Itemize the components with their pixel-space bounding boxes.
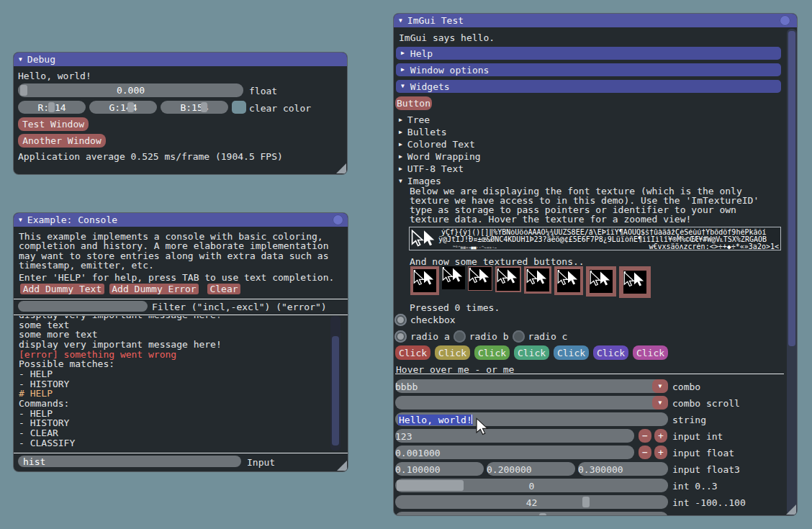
slider-grab[interactable] — [20, 85, 27, 96]
input-float3-z[interactable]: 0.300000 — [578, 462, 668, 476]
radio-a[interactable] — [394, 330, 407, 343]
filter-label: Filter ("incl,-excl") ("error") — [152, 302, 327, 312]
click-button-3[interactable]: Click — [474, 345, 510, 360]
slider-grab[interactable] — [48, 102, 55, 112]
combo-box[interactable]: bbbb ▼ — [395, 379, 668, 393]
float-slider[interactable]: 0.000 — [18, 83, 243, 97]
combo-arrow-button[interactable]: ▼ — [652, 396, 668, 410]
console-log-line: # HELP — [19, 389, 222, 399]
imgui-scrollbar[interactable] — [787, 29, 797, 515]
tree-node-bullets[interactable]: ▶Bullets — [399, 127, 447, 137]
imgui-scrollbar-thumb[interactable] — [788, 31, 795, 346]
clear-button[interactable]: Clear — [207, 284, 240, 294]
add-dummy-text-button[interactable]: Add Dummy Text — [20, 284, 104, 294]
add-dummy-error-button[interactable]: Add Dummy Error — [109, 284, 199, 294]
tree-node-tree[interactable]: ▶Tree — [399, 114, 430, 125]
radio-c[interactable] — [513, 330, 525, 343]
click-button-5[interactable]: Click — [554, 345, 589, 360]
header-window-options[interactable]: ▶ Window options — [396, 63, 781, 76]
slider-int-0-3[interactable]: 0 — [395, 479, 668, 492]
click-button-1[interactable]: Click — [395, 345, 430, 360]
input-int-field[interactable]: 123 — [395, 429, 634, 443]
click-button-7[interactable]: Click — [633, 345, 668, 360]
debug-window: ▼ Debug Hello, world! 0.000 float R:114 … — [13, 52, 348, 175]
window-title: ImGui Test — [407, 15, 464, 26]
combo-arrow-button[interactable]: ▼ — [652, 379, 668, 393]
close-button[interactable] — [333, 214, 343, 225]
image-button[interactable] — [586, 266, 616, 297]
radio-a-label: radio a — [410, 331, 450, 342]
click-button-2[interactable]: Click — [435, 345, 470, 360]
tree-node-images[interactable]: ▼Images — [399, 176, 441, 186]
console-log[interactable]: display very important message here!some… — [19, 316, 330, 451]
image-button[interactable] — [554, 266, 583, 295]
close-button[interactable] — [780, 15, 790, 26]
image-button[interactable] — [619, 266, 651, 298]
tree-node-colored-text[interactable]: ▶Colored Text — [399, 139, 475, 150]
combo-scroll-box[interactable]: ▼ — [395, 396, 668, 410]
another-window-button[interactable]: Another Window — [18, 134, 106, 148]
font-texture-image[interactable]: ýÇf}{ýj()[]‖%ÝBÑòÛöóÄÂÀÒ¼¾ÙÚŽŠ8ÉÊ/å\ÈÞîï… — [409, 227, 781, 250]
slider-int2-label: int -100..100 — [672, 497, 746, 508]
imgui-titlebar[interactable]: ▼ ImGui Test — [394, 14, 797, 27]
checkbox[interactable] — [394, 314, 407, 326]
console-scrollbar-thumb[interactable] — [332, 336, 339, 446]
color-field-r[interactable]: R:114 — [18, 101, 86, 114]
radio-row: radio a radio b radio c — [394, 330, 567, 343]
input-float3-label: input float3 — [672, 464, 740, 475]
checkbox-row: checkbox — [394, 314, 456, 326]
console-log-line: some text — [19, 320, 222, 330]
radio-b[interactable] — [454, 330, 466, 343]
decrement-button[interactable]: − — [639, 429, 651, 443]
increment-button[interactable]: + — [654, 446, 667, 459]
test-window-button[interactable]: Test Window — [18, 117, 89, 131]
console-window: ▼ Example: Console This example implemen… — [13, 212, 348, 472]
resize-grip[interactable] — [336, 163, 346, 173]
combo-label: combo — [672, 381, 700, 392]
slider-float[interactable]: 1.123 — [395, 512, 668, 516]
filter-input[interactable] — [18, 301, 148, 312]
header-widgets[interactable]: ▼ Widgets — [396, 80, 781, 93]
input-float-field[interactable]: 0.001000 — [395, 446, 634, 459]
console-titlebar[interactable]: ▼ Example: Console — [14, 213, 348, 227]
clear-color-swatch[interactable] — [232, 101, 246, 114]
tree-node-word-wrapping[interactable]: ▶Word Wrapping — [399, 151, 481, 162]
textured-buttons-row — [410, 266, 651, 298]
slider-grab[interactable] — [127, 102, 134, 112]
debug-titlebar[interactable]: ▼ Debug — [14, 53, 347, 66]
hello-world-text: Hello, world! — [18, 71, 91, 81]
slider-grab[interactable] — [201, 102, 207, 112]
header-help[interactable]: ▶ Help — [396, 47, 781, 60]
collapse-icon[interactable]: ▼ — [19, 217, 22, 223]
collapse-icon[interactable]: ▼ — [399, 18, 402, 24]
tree-node-utf8-text[interactable]: ▶UTF-8 Text — [399, 163, 464, 174]
console-scrollbar[interactable] — [330, 316, 340, 451]
image-button[interactable] — [410, 266, 439, 295]
button-widget[interactable]: Button — [395, 96, 432, 110]
image-button[interactable] — [468, 266, 492, 291]
resize-grip[interactable] — [337, 461, 347, 471]
arrow-down-icon: ▼ — [659, 383, 662, 389]
console-input[interactable]: hist — [18, 456, 241, 467]
image-button[interactable] — [442, 266, 465, 289]
string-input[interactable]: Hello, world! — [395, 412, 668, 426]
resize-grip[interactable] — [786, 505, 796, 515]
decrement-button[interactable]: − — [639, 446, 651, 459]
slider-int-label: int 0..3 — [672, 481, 718, 492]
increment-button[interactable]: + — [654, 429, 667, 443]
slider-int-100-100[interactable]: 42 — [395, 495, 668, 509]
input-float3-y[interactable]: 0.200000 — [487, 462, 575, 476]
color-field-g[interactable]: G:144 — [89, 101, 157, 114]
collapse-icon[interactable]: ▼ — [19, 57, 22, 63]
console-log-line: - HELP — [19, 369, 222, 379]
input-int-value: 123 — [395, 431, 412, 442]
color-field-b[interactable]: B:154 — [161, 101, 228, 114]
text-caret — [472, 415, 472, 424]
image-button[interactable] — [495, 266, 521, 292]
image-button[interactable] — [524, 266, 551, 294]
input-float3-x[interactable]: 0.100000 — [395, 462, 484, 476]
click-button-6[interactable]: Click — [593, 345, 628, 360]
click-button-4[interactable]: Click — [514, 345, 549, 360]
string-input-label: string — [672, 415, 706, 425]
chevron-right-icon: ▶ — [399, 117, 402, 123]
